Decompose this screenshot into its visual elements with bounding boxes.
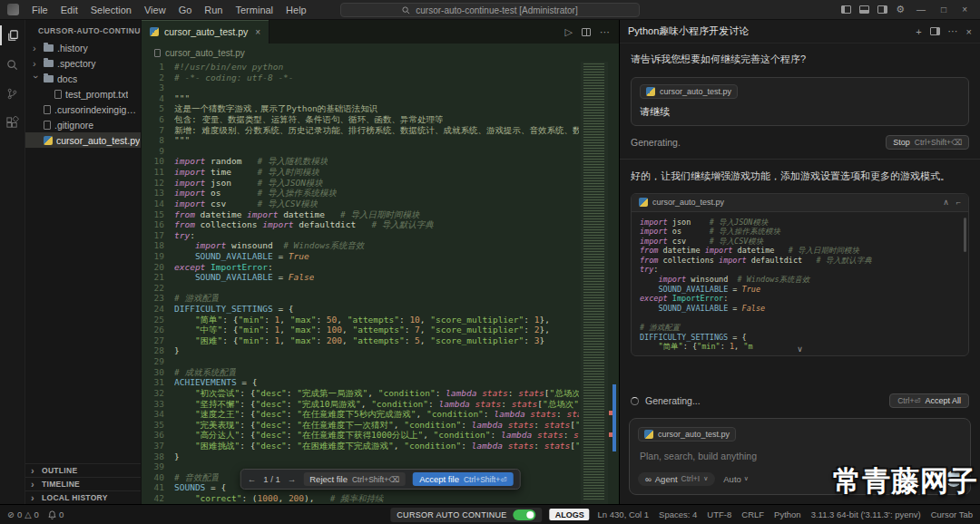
tree-item-.spectory[interactable]: ›.spectory — [25, 55, 141, 71]
toggle-sidebar-icon[interactable] — [841, 5, 851, 14]
menu-file[interactable]: File — [25, 0, 54, 20]
chevron-right-icon: › — [31, 480, 38, 489]
folder-icon — [44, 75, 54, 82]
tree-item-cursor_auto_test.py[interactable]: ›cursor_auto_test.py — [25, 132, 141, 148]
chat-input[interactable]: cursor_auto_test.py Plan, search, build … — [629, 418, 971, 495]
input-file-chip[interactable]: cursor_auto_test.py — [638, 427, 736, 442]
code-line: 6包含: 变量、数据类型、运算符、条件语句、循环、函数、异常处理等 — [142, 114, 579, 125]
close-tab-icon[interactable]: × — [255, 27, 260, 37]
breadcrumb[interactable]: cursor_auto_test.py — [142, 44, 619, 62]
next-change-icon[interactable]: → — [288, 474, 297, 485]
tree-item-.gitignore[interactable]: ›.gitignore — [25, 117, 141, 132]
voice-input-button[interactable] — [924, 471, 939, 487]
warning-icon: △ — [24, 509, 31, 519]
agent-mode-selector[interactable]: ∞ Agent Ctrl+I ∨ — [638, 472, 715, 486]
status-cursor-tab[interactable]: Cursor Tab — [931, 509, 973, 519]
chat-close-icon[interactable]: × — [966, 26, 972, 37]
editor-more-icon[interactable]: ⋯ — [600, 26, 610, 38]
minimize-button[interactable]: — — [913, 5, 929, 15]
menu-edit[interactable]: Edit — [54, 0, 84, 20]
auto-continue-toggle[interactable] — [514, 509, 536, 520]
menu-go[interactable]: Go — [172, 0, 199, 20]
split-editor-icon[interactable] — [582, 28, 591, 36]
accept-all-button[interactable]: Ctrl+⏎ Accept All — [889, 393, 969, 408]
code-card-line: from collections import defaultdict # 导入… — [640, 256, 960, 266]
expand-chevron-icon[interactable]: ∨ — [797, 345, 803, 354]
new-chat-icon[interactable]: + — [916, 26, 921, 37]
code-card-header[interactable]: cursor_auto_test.py ∧ ⌐ — [632, 194, 968, 212]
problems-indicator[interactable]: ⊘ 0 △ 0 — [7, 509, 39, 519]
toggle-panel-icon[interactable] — [859, 5, 869, 14]
panel-outline[interactable]: ›OUTLINE — [25, 463, 141, 477]
tree-item-label: .cursorindexingignore — [54, 104, 141, 115]
reject-file-button[interactable]: Reject file Ctrl+Shift+⌫ — [303, 472, 406, 486]
code-editor[interactable]: 1#!/usr/bin/env python2# -*- coding: utf… — [142, 62, 619, 504]
context-file-chip[interactable]: cursor_auto_test.py — [640, 84, 738, 99]
menu-view[interactable]: View — [138, 0, 172, 20]
accept-file-button[interactable]: Accept file Ctrl+Shift+⏎ — [413, 472, 513, 486]
collapse-icon[interactable]: ∧ — [943, 198, 949, 207]
code-line: 14import csv # 导入CSV模块 — [142, 199, 579, 209]
menu-selection[interactable]: Selection — [84, 0, 138, 20]
alogs-badge[interactable]: ALOGS — [550, 509, 590, 520]
menu-run[interactable]: Run — [198, 0, 229, 20]
code-card-body[interactable]: import json # 导入JSON模块import os # 导入操作系统… — [632, 212, 968, 355]
command-center-search[interactable]: cursor-auto-continue-test [Administrator… — [340, 3, 640, 17]
code-card-line: # 游戏配置 — [640, 323, 960, 333]
prev-change-icon[interactable]: ← — [248, 474, 257, 485]
toggle-secondary-sidebar-icon[interactable] — [877, 5, 887, 14]
extensions-icon[interactable] — [0, 112, 24, 132]
status-spaces-4[interactable]: Spaces: 4 — [659, 509, 697, 519]
folder-icon — [44, 44, 54, 52]
panel-local-history[interactable]: ›LOCAL HISTORY — [25, 490, 141, 504]
status-3-11-3-64-bit-3-11-3-pyenv[interactable]: 3.11.3 64-bit ('3.11.3': pyenv) — [811, 509, 921, 519]
scrollbar-thumb[interactable] — [964, 218, 966, 252]
menu-help[interactable]: Help — [279, 0, 313, 20]
tab-cursor-auto-test[interactable]: cursor_auto_test.py × — [142, 20, 270, 44]
tree-item-.cursorindexingignore[interactable]: ›.cursorindexingignore — [25, 102, 141, 117]
status-utf-8[interactable]: UTF-8 — [707, 509, 731, 519]
close-window-button[interactable]: × — [958, 5, 971, 15]
generating-label: Generating. — [631, 137, 681, 148]
explorer-icon[interactable] — [0, 25, 24, 45]
tree-item-docs[interactable]: ›docs — [25, 71, 141, 86]
input-placeholder[interactable]: Plan, search, build anything — [640, 451, 960, 461]
status-python[interactable]: Python — [774, 509, 801, 519]
code-line: 22 — [142, 283, 579, 294]
tree-item-label: .spectory — [57, 58, 96, 69]
explorer-root-label[interactable]: CURSOR-AUTO-CONTINUE-TEST — [25, 20, 141, 40]
maximize-button[interactable]: □ — [937, 5, 950, 15]
status-crlf[interactable]: CRLF — [741, 509, 764, 519]
tab-label: cursor_auto_test.py — [164, 26, 248, 37]
bell-indicator[interactable]: 0 — [48, 509, 64, 519]
panel-timeline[interactable]: ›TIMELINE — [25, 477, 141, 490]
open-file-icon[interactable]: ⌐ — [956, 198, 961, 207]
tree-item-test_prompt.txt[interactable]: ›test_prompt.txt — [25, 86, 141, 102]
settings-gear-icon[interactable]: ⚙ — [896, 4, 905, 15]
model-selector[interactable]: Auto ∨ — [723, 474, 749, 484]
code-card-line: import csv # 导入CSV模块 — [640, 237, 960, 247]
chevron-down-icon: › — [32, 75, 41, 82]
minimap[interactable] — [581, 62, 608, 504]
tree-item-.history[interactable]: ›.history — [25, 40, 141, 55]
cursor-auto-continue-control[interactable]: CURSOR AUTO CONTINUE — [390, 508, 542, 522]
chat-more-icon[interactable]: ⋯ — [948, 25, 958, 37]
code-line: 33 "坚持不懈": {"desc": "完成10局游戏", "conditio… — [142, 399, 579, 410]
chat-layout-icon[interactable] — [930, 27, 940, 35]
microphone-icon — [928, 474, 936, 483]
status-ln-430-col-1[interactable]: Ln 430, Col 1 — [598, 509, 650, 519]
source-control-icon[interactable] — [0, 83, 24, 103]
code-line: 8""" — [142, 135, 579, 146]
send-button[interactable]: ↑ — [946, 471, 962, 487]
search-icon[interactable] — [0, 54, 24, 74]
chevron-right-icon: › — [33, 44, 40, 53]
code-line: 32 "初次尝试": {"desc": "完成第一局游戏", "conditio… — [142, 388, 579, 399]
assistant-question: 请告诉我您想要如何继续完善这个程序? — [631, 53, 969, 66]
code-line: 23# 游戏配置 — [142, 293, 579, 304]
chevron-down-icon: ∨ — [744, 475, 749, 482]
stop-button[interactable]: Stop Ctrl+Shift+⌫ — [886, 135, 969, 150]
code-card-line: except ImportError: — [640, 294, 960, 304]
menu-bar: FileEditSelectionViewGoRunTerminalHelp — [25, 0, 313, 20]
run-button-icon[interactable]: ▷ — [565, 26, 573, 38]
menu-terminal[interactable]: Terminal — [230, 0, 280, 20]
